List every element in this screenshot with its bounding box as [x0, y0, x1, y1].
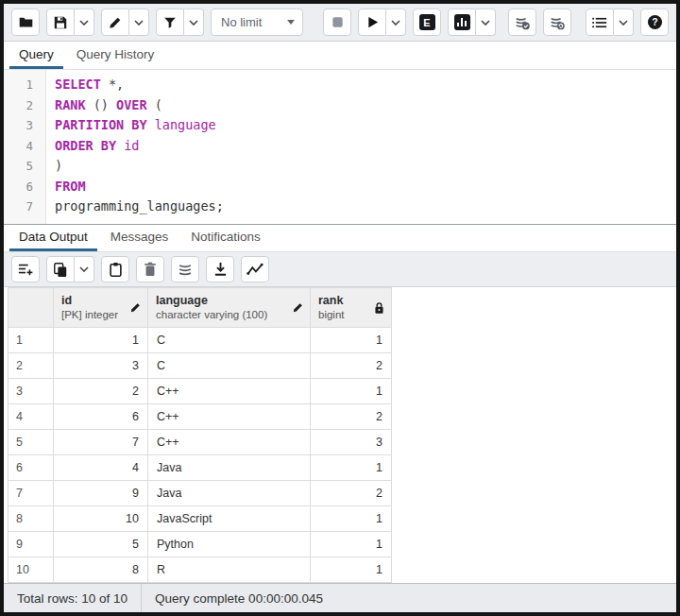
rollback-button[interactable] [543, 9, 571, 36]
save-options-button[interactable] [75, 9, 94, 36]
row-limit-select[interactable]: No limit [211, 9, 303, 36]
delete-row-button[interactable] [136, 256, 164, 282]
row-number-cell[interactable]: 4 [8, 404, 54, 430]
row-number-cell[interactable]: 1 [8, 328, 54, 353]
row-number-cell[interactable]: 3 [8, 379, 54, 404]
row-number-cell[interactable]: 5 [8, 430, 54, 455]
line-number: 7 [4, 197, 45, 217]
code-line[interactable]: 4ORDER BY id [4, 136, 676, 157]
row-number-cell[interactable]: 2 [8, 353, 54, 379]
explain-analyze-button[interactable] [448, 9, 476, 36]
cell-language[interactable]: C [148, 328, 311, 353]
row-number-cell[interactable]: 6 [8, 455, 54, 481]
download-csv-button[interactable] [206, 256, 234, 282]
edit-button[interactable] [101, 9, 129, 36]
edit-options-button[interactable] [129, 9, 149, 36]
commit-button[interactable] [508, 9, 536, 36]
svg-text:?: ? [652, 17, 657, 27]
cell-rank[interactable]: 2 [311, 481, 392, 506]
cell-id[interactable]: 8 [54, 557, 148, 583]
cell-language[interactable]: Java [148, 455, 311, 481]
cell-id[interactable]: 4 [54, 455, 148, 481]
column-header-language[interactable]: language character varying (100) [148, 288, 311, 328]
cell-id[interactable]: 5 [54, 532, 148, 557]
code-line[interactable]: 2RANK () OVER ( [4, 95, 676, 116]
macros-options-button[interactable] [614, 9, 634, 36]
row-number-cell[interactable]: 10 [8, 557, 54, 583]
cell-id[interactable]: 10 [54, 506, 148, 532]
explain-button[interactable]: E [413, 9, 441, 36]
cell-language[interactable]: C++ [148, 379, 311, 404]
select-all-corner[interactable] [8, 288, 54, 328]
cell-language[interactable]: JavaScript [148, 506, 311, 532]
paste-button[interactable] [101, 256, 129, 282]
editor-tabbar: Query Query History [4, 42, 676, 70]
total-rows-status: Total rows: 10 of 10 [4, 584, 141, 612]
header-row: id [PK] integer language ch [8, 288, 392, 328]
row-number-cell[interactable]: 9 [8, 532, 54, 557]
cell-language[interactable]: C++ [148, 404, 311, 430]
cell-id[interactable]: 9 [54, 481, 148, 506]
code-line[interactable]: 3PARTITION BY language [4, 115, 676, 136]
caret-down-icon [287, 20, 295, 25]
code-line[interactable]: 7programming_languages; [4, 197, 676, 217]
tab-notifications[interactable]: Notifications [181, 225, 270, 251]
tab-query-history[interactable]: Query History [67, 42, 164, 69]
execute-options-button[interactable] [386, 9, 406, 36]
code-line[interactable]: 1SELECT *, [4, 75, 676, 95]
code-line[interactable]: 6FROM [4, 177, 676, 197]
graph-visualiser-button[interactable] [241, 256, 269, 282]
tab-data-output[interactable]: Data Output [9, 225, 97, 251]
cell-rank[interactable]: 1 [311, 557, 392, 583]
chevron-down-icon [189, 20, 198, 26]
sql-editor[interactable]: 1SELECT *,2RANK () OVER (3PARTITION BY l… [4, 70, 676, 224]
cell-rank[interactable]: 1 [311, 506, 392, 532]
copy-options-button[interactable] [75, 256, 94, 282]
open-file-button[interactable] [11, 9, 40, 36]
cell-id[interactable]: 6 [54, 404, 148, 430]
cell-id[interactable]: 2 [54, 379, 148, 404]
cell-rank[interactable]: 1 [311, 328, 392, 353]
table-row: 23C2 [8, 353, 392, 379]
cell-language[interactable]: Java [148, 481, 311, 506]
line-number: 1 [4, 75, 45, 95]
results-grid-area: id [PK] integer language ch [4, 287, 676, 583]
save-button[interactable] [46, 9, 75, 36]
code-line[interactable]: 5) [4, 156, 676, 177]
copy-button[interactable] [46, 256, 75, 282]
row-number-cell[interactable]: 7 [8, 481, 54, 506]
cell-rank[interactable]: 2 [311, 353, 392, 379]
filter-options-button[interactable] [184, 9, 204, 36]
cell-rank[interactable]: 1 [311, 532, 392, 557]
cell-id[interactable]: 3 [54, 353, 148, 379]
stop-button[interactable] [323, 9, 351, 36]
explain-options-button[interactable] [476, 9, 496, 36]
column-header-rank[interactable]: rank bigint [311, 288, 392, 328]
cell-language[interactable]: R [148, 557, 311, 583]
row-number-cell[interactable]: 8 [8, 506, 54, 532]
cell-language[interactable]: Python [148, 532, 311, 557]
cell-rank[interactable]: 1 [311, 455, 392, 481]
help-button[interactable]: ? [640, 9, 669, 36]
column-name: rank [318, 294, 345, 309]
table-row: 32C++1 [8, 379, 392, 404]
filter-button[interactable] [156, 9, 184, 36]
results-table: id [PK] integer language ch [8, 287, 392, 583]
cell-rank[interactable]: 3 [311, 430, 392, 455]
cell-rank[interactable]: 2 [311, 404, 392, 430]
cell-language[interactable]: C++ [148, 430, 311, 455]
save-data-changes-button[interactable] [171, 256, 199, 282]
cell-rank[interactable]: 1 [311, 379, 392, 404]
tab-messages[interactable]: Messages [101, 225, 178, 251]
funnel-icon [162, 15, 178, 30]
chevron-down-icon [79, 266, 89, 272]
cell-id[interactable]: 7 [54, 430, 148, 455]
table-row: 46C++2 [8, 404, 392, 430]
execute-button[interactable] [358, 9, 386, 36]
macros-button[interactable] [586, 9, 614, 36]
cell-id[interactable]: 1 [54, 328, 148, 353]
cell-language[interactable]: C [148, 353, 311, 379]
add-row-button[interactable] [11, 256, 40, 282]
tab-query[interactable]: Query [9, 42, 63, 69]
column-header-id[interactable]: id [PK] integer [54, 288, 148, 328]
